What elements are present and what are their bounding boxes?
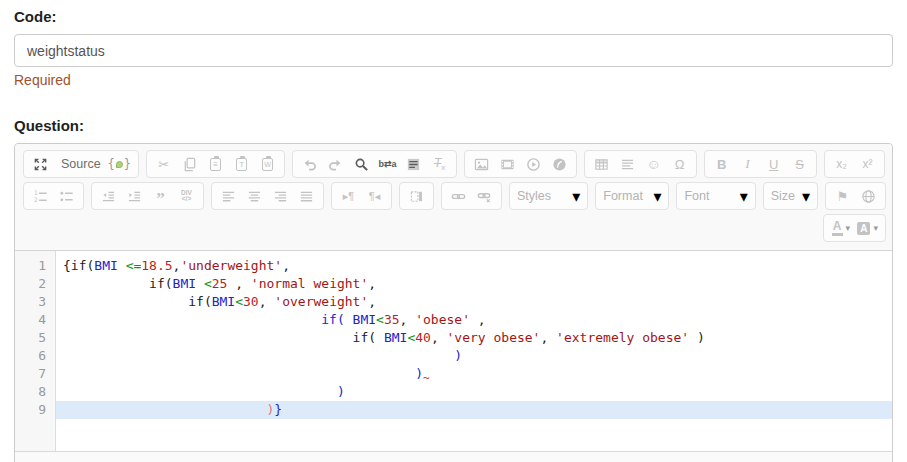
remove-format-icon: Tx xyxy=(434,156,445,172)
code-token: , xyxy=(470,312,486,327)
outdent-button[interactable] xyxy=(96,184,121,208)
image-button[interactable] xyxy=(469,152,494,176)
code-token: 'underweight' xyxy=(180,258,282,273)
align-center-button[interactable] xyxy=(242,184,267,208)
background-color-button[interactable]: A▾ xyxy=(854,216,881,240)
cut-button[interactable]: ✂ xyxy=(151,152,176,176)
indent-button[interactable] xyxy=(122,184,147,208)
remove-format-button[interactable]: Tx xyxy=(427,152,452,176)
underline-icon: U xyxy=(769,157,778,172)
specialchar-icon: Ω xyxy=(675,157,685,172)
code-token: , xyxy=(282,258,290,273)
toolbar-group: ☺Ω xyxy=(584,150,697,178)
maximize-button[interactable] xyxy=(28,152,53,176)
flash-button[interactable] xyxy=(495,152,520,176)
globe-button[interactable] xyxy=(856,184,881,208)
redo-button[interactable] xyxy=(323,152,348,176)
bulleted-list-button[interactable] xyxy=(54,184,79,208)
blockquote-button[interactable]: ” xyxy=(148,184,173,208)
media-player-icon xyxy=(526,157,541,172)
justify-button[interactable] xyxy=(294,184,319,208)
code-token: 25 xyxy=(212,276,228,291)
unlink-button[interactable] xyxy=(472,184,497,208)
outdent-icon xyxy=(101,189,116,204)
line-number: 5 xyxy=(15,329,46,347)
code-line[interactable]: if(BMI <25 , 'normal weight', xyxy=(56,275,892,293)
code-token: ~ xyxy=(423,372,429,385)
flag-button[interactable]: ⚑ xyxy=(830,184,855,208)
unlink-icon xyxy=(477,189,492,204)
code-token: if( xyxy=(63,276,173,291)
source-button[interactable]: Source{} xyxy=(54,152,134,176)
size-dropdown[interactable]: Size▾ xyxy=(763,182,818,210)
table-button[interactable] xyxy=(589,152,614,176)
media-player-button[interactable] xyxy=(521,152,546,176)
source-view: 123456789 {if(BMI <=18.5,'underweight', … xyxy=(15,251,892,451)
text-color-button[interactable]: A▾ xyxy=(828,216,853,240)
flash-player-button[interactable] xyxy=(547,152,572,176)
paste-word-button[interactable]: W xyxy=(255,152,280,176)
copy-button[interactable] xyxy=(177,152,202,176)
bidi-ltr-button[interactable]: ▸¶ xyxy=(336,184,361,208)
align-right-button[interactable] xyxy=(268,184,293,208)
paste-word-icon: W xyxy=(262,158,273,171)
code-token: BMI xyxy=(384,330,407,345)
toolbar-group: ”DIV</> xyxy=(91,182,204,210)
bold-icon: B xyxy=(717,157,726,172)
code-token: ) xyxy=(337,384,345,399)
code-line[interactable]: )~ xyxy=(56,365,892,383)
language-button[interactable] xyxy=(404,184,429,208)
code-token: 'overweight' xyxy=(274,294,368,309)
source-textarea[interactable]: {if(BMI <=18.5,'underweight', if(BMI <25… xyxy=(56,251,892,451)
code-line[interactable]: {if(BMI <=18.5,'underweight', xyxy=(56,257,892,275)
code-token: , xyxy=(431,330,447,345)
code-token: , xyxy=(368,294,376,309)
numbered-list-button[interactable]: 12 xyxy=(28,184,53,208)
code-token xyxy=(118,258,126,273)
select-all-button[interactable] xyxy=(401,152,426,176)
italic-button[interactable]: I xyxy=(735,152,760,176)
styles-dropdown[interactable]: Styles▾ xyxy=(509,182,588,210)
font-dropdown-label: Font xyxy=(684,189,709,203)
find-button[interactable] xyxy=(349,152,374,176)
undo-button[interactable] xyxy=(297,152,322,176)
code-line[interactable]: if(BMI<30, 'overweight', xyxy=(56,293,892,311)
smiley-button[interactable]: ☺ xyxy=(641,152,666,176)
underline-button[interactable]: U xyxy=(761,152,786,176)
font-dropdown[interactable]: Font▾ xyxy=(676,182,755,210)
horizontal-rule-button[interactable] xyxy=(615,152,640,176)
bold-button[interactable]: B xyxy=(709,152,734,176)
toolbar-group: x₂x² xyxy=(824,150,885,178)
editor-footer: ◢ xyxy=(15,451,892,462)
italic-icon: I xyxy=(745,156,750,172)
superscript-button[interactable]: x² xyxy=(855,152,880,176)
bidi-rtl-button[interactable]: ¶◂ xyxy=(362,184,387,208)
code-token xyxy=(345,312,353,327)
line-number: 8 xyxy=(15,383,46,401)
format-dropdown[interactable]: Format▾ xyxy=(595,182,669,210)
strikethrough-button[interactable]: S xyxy=(787,152,812,176)
code-line[interactable]: ) xyxy=(56,383,892,401)
div-container-button[interactable]: DIV</> xyxy=(174,184,199,208)
code-token: BMI xyxy=(94,258,117,273)
special-char-button[interactable]: Ω xyxy=(667,152,692,176)
align-left-button[interactable] xyxy=(216,184,241,208)
code-line[interactable]: )} xyxy=(56,401,892,419)
select-all-icon xyxy=(406,157,421,172)
subscript-button[interactable]: x₂ xyxy=(829,152,854,176)
link-button[interactable] xyxy=(446,184,471,208)
code-token: if( xyxy=(321,312,344,327)
globe-icon xyxy=(861,189,876,204)
code-input[interactable] xyxy=(14,34,893,67)
paste-button[interactable]: ≡ xyxy=(203,152,228,176)
paste-text-button[interactable]: T xyxy=(229,152,254,176)
code-line[interactable]: if( BMI<40, 'very obese', 'extremely obe… xyxy=(56,329,892,347)
code-token: 30 xyxy=(243,294,259,309)
code-line[interactable]: if( BMI<35, 'obese' , xyxy=(56,311,892,329)
bidi-rtl-icon: ¶◂ xyxy=(369,190,380,203)
bulleted-list-icon xyxy=(59,189,74,204)
code-line[interactable]: ) xyxy=(56,347,892,365)
code-token: 18.5 xyxy=(141,258,172,273)
replace-button[interactable]: b⇄a xyxy=(375,152,400,176)
braces-icon: {} xyxy=(108,157,131,171)
